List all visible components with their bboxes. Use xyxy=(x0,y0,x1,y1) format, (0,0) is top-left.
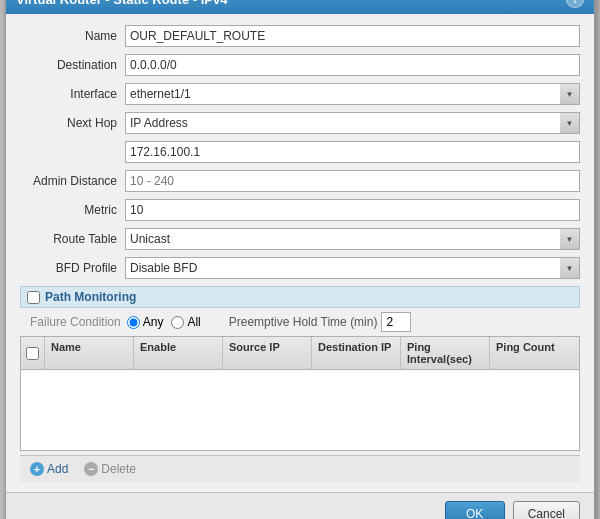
admin-distance-input[interactable] xyxy=(125,170,580,192)
dialog-container: Virtual Router - Static Route - IPv4 ? N… xyxy=(5,0,595,519)
route-table-label: Route Table xyxy=(20,232,125,246)
nexthop-row: Next Hop IP Address FQDN Address Next VR… xyxy=(20,111,580,135)
failure-condition-label: Failure Condition xyxy=(30,315,121,329)
radio-all-option: All xyxy=(171,315,200,329)
help-icon[interactable]: ? xyxy=(566,0,584,8)
destination-label: Destination xyxy=(20,58,125,72)
table-footer: + Add − Delete xyxy=(20,455,580,482)
metric-input[interactable] xyxy=(125,199,580,221)
delete-icon: − xyxy=(84,462,98,476)
dialog-body: Name Destination Interface ethernet1/1 e… xyxy=(6,14,594,492)
dialog-titlebar: Virtual Router - Static Route - IPv4 ? xyxy=(6,0,594,14)
table-header-checkbox-cell xyxy=(21,337,45,369)
destination-input[interactable] xyxy=(125,54,580,76)
name-row: Name xyxy=(20,24,580,48)
admin-distance-label: Admin Distance xyxy=(20,174,125,188)
route-table-select[interactable]: Unicast Multicast Both xyxy=(125,228,580,250)
nexthop-select[interactable]: IP Address FQDN Address Next VR Discard xyxy=(125,112,580,134)
path-monitoring-label: Path Monitoring xyxy=(45,290,136,304)
bfd-profile-row: BFD Profile Disable BFD Default ▼ xyxy=(20,256,580,280)
radio-all-label: All xyxy=(187,315,200,329)
preemptive-hold-label: Preemptive Hold Time (min) xyxy=(229,315,378,329)
add-button[interactable]: + Add xyxy=(26,460,72,478)
name-label: Name xyxy=(20,29,125,43)
bfd-profile-select-wrapper: Disable BFD Default ▼ xyxy=(125,257,580,279)
add-icon: + xyxy=(30,462,44,476)
col-name: Name xyxy=(45,337,134,369)
delete-label: Delete xyxy=(101,462,136,476)
interface-select[interactable]: ethernet1/1 ethernet1/2 xyxy=(125,83,580,105)
nexthop-ip-row xyxy=(20,140,580,164)
col-ping-interval: Ping Interval(sec) xyxy=(401,337,490,369)
path-monitor-table: Name Enable Source IP Destination IP Pin… xyxy=(20,336,580,451)
delete-button[interactable]: − Delete xyxy=(80,460,140,478)
bfd-profile-select[interactable]: Disable BFD Default xyxy=(125,257,580,279)
table-header: Name Enable Source IP Destination IP Pin… xyxy=(21,337,579,370)
radio-any-option: Any xyxy=(127,315,164,329)
dialog-title: Virtual Router - Static Route - IPv4 xyxy=(16,0,227,7)
dialog-footer: OK Cancel xyxy=(6,492,594,519)
cancel-button[interactable]: Cancel xyxy=(513,501,580,519)
route-table-select-wrapper: Unicast Multicast Both ▼ xyxy=(125,228,580,250)
preemptive-hold-input[interactable] xyxy=(381,312,411,332)
table-select-all[interactable] xyxy=(26,347,39,360)
add-label: Add xyxy=(47,462,68,476)
admin-distance-row: Admin Distance xyxy=(20,169,580,193)
col-enable: Enable xyxy=(134,337,223,369)
path-monitoring-checkbox[interactable] xyxy=(27,291,40,304)
path-monitoring-options: Failure Condition Any All Preemptive Hol… xyxy=(20,312,580,332)
path-monitoring-section: Path Monitoring xyxy=(20,286,580,308)
radio-any-label: Any xyxy=(143,315,164,329)
nexthop-label: Next Hop xyxy=(20,116,125,130)
ok-button[interactable]: OK xyxy=(445,501,505,519)
name-input[interactable] xyxy=(125,25,580,47)
col-source-ip: Source IP xyxy=(223,337,312,369)
col-ping-count: Ping Count xyxy=(490,337,579,369)
destination-row: Destination xyxy=(20,53,580,77)
nexthop-ip-input[interactable] xyxy=(125,141,580,163)
bfd-profile-label: BFD Profile xyxy=(20,261,125,275)
col-destination-ip: Destination IP xyxy=(312,337,401,369)
route-table-row: Route Table Unicast Multicast Both ▼ xyxy=(20,227,580,251)
radio-any-input[interactable] xyxy=(127,316,140,329)
radio-all-input[interactable] xyxy=(171,316,184,329)
interface-label: Interface xyxy=(20,87,125,101)
metric-label: Metric xyxy=(20,203,125,217)
interface-select-wrapper: ethernet1/1 ethernet1/2 ▼ xyxy=(125,83,580,105)
table-body xyxy=(21,370,579,450)
interface-row: Interface ethernet1/1 ethernet1/2 ▼ xyxy=(20,82,580,106)
nexthop-select-wrapper: IP Address FQDN Address Next VR Discard … xyxy=(125,112,580,134)
metric-row: Metric xyxy=(20,198,580,222)
